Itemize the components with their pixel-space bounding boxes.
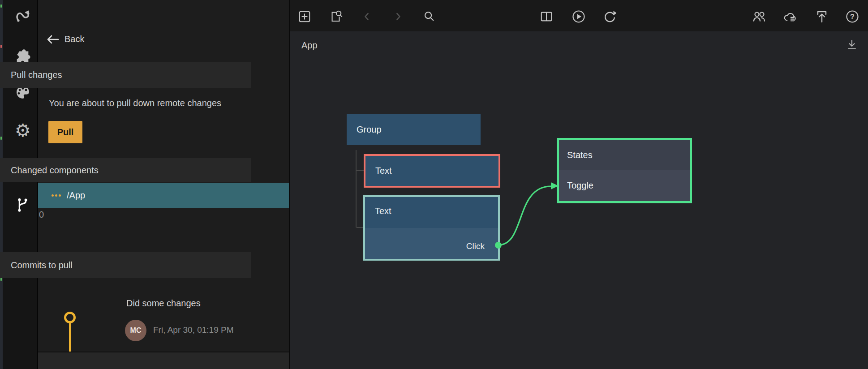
component-name: /App (67, 190, 85, 201)
help-glyph: ? (850, 13, 855, 21)
app-window: ⚙ Back Pull (0, 0, 868, 369)
connection-target-arrow (551, 182, 559, 189)
cloud-sync-button[interactable] (782, 9, 796, 24)
add-node-button[interactable] (297, 9, 312, 24)
download-icon[interactable] (846, 39, 858, 51)
changed-count: 0 (39, 210, 44, 220)
connection-source-dot[interactable] (495, 242, 502, 249)
tree-connector-line (356, 150, 357, 227)
states-row-toggle[interactable]: Toggle (559, 170, 690, 201)
back-label: Back (64, 34, 84, 44)
node-text-warning[interactable]: Text (364, 154, 500, 188)
node-states-title: States (559, 140, 690, 170)
node-text-selected[interactable]: Text Click (363, 195, 500, 261)
avatar-initials: MC (130, 326, 142, 335)
changed-component-row-app[interactable]: /App (38, 183, 289, 208)
changes-dots-icon (52, 194, 61, 197)
node-states[interactable]: States Toggle (557, 138, 692, 203)
collaborators-button[interactable] (752, 9, 766, 24)
node-group[interactable]: Group (347, 114, 481, 145)
node-label: States (567, 150, 593, 160)
back-arrow-icon (47, 34, 59, 44)
commit-message: Did some changes (126, 298, 201, 309)
pull-changes-title: Pull changes (11, 70, 62, 80)
state-row-label: Toggle (567, 180, 593, 191)
minimap-speck (0, 45, 2, 48)
search-button[interactable] (422, 9, 436, 24)
changed-components-title: Changed components (11, 165, 99, 176)
help-button[interactable]: ? (845, 9, 859, 24)
node-label: Text (375, 166, 392, 176)
output-port-click[interactable]: Click (466, 241, 485, 251)
changed-components-header: Changed components (0, 158, 251, 182)
node-label: Text (375, 206, 391, 216)
panel-bottom-band (38, 352, 289, 369)
node-label: Group (357, 124, 382, 135)
settings-gear-icon[interactable]: ⚙ (14, 121, 32, 139)
tree-connector-tick (357, 227, 363, 228)
activity-bar: ⚙ (3, 0, 38, 369)
component-search-button[interactable] (329, 9, 343, 24)
version-control-branch-icon[interactable] (14, 195, 32, 213)
navigate-forward-button[interactable] (391, 9, 405, 24)
publish-button[interactable] (815, 9, 829, 24)
noodl-logo-icon[interactable] (14, 8, 32, 26)
back-button[interactable]: Back (47, 34, 84, 44)
minimap-speck (0, 4, 2, 8)
gear-glyph: ⚙ (15, 121, 31, 139)
avatar: MC (125, 320, 146, 341)
breadcrumb[interactable]: App (301, 40, 318, 51)
refresh-button[interactable] (602, 9, 617, 24)
minimap-speck (0, 137, 2, 140)
pull-button[interactable]: Pull (48, 121, 82, 143)
tree-connector-tick (357, 170, 364, 171)
commit-timestamp: Fri, Apr 30, 01:19 PM (153, 325, 234, 335)
commits-to-pull-header: Commits to pull (0, 252, 251, 278)
pull-description: You are about to pull down remote change… (49, 98, 221, 108)
commits-title: Commits to pull (11, 260, 73, 270)
pull-changes-header: Pull changes (0, 62, 251, 88)
navigate-back-button[interactable] (360, 9, 374, 24)
preview-play-button[interactable] (572, 9, 586, 24)
commit-graph-node (64, 312, 76, 323)
minimap-speck (0, 278, 2, 281)
split-view-button[interactable] (539, 9, 554, 24)
